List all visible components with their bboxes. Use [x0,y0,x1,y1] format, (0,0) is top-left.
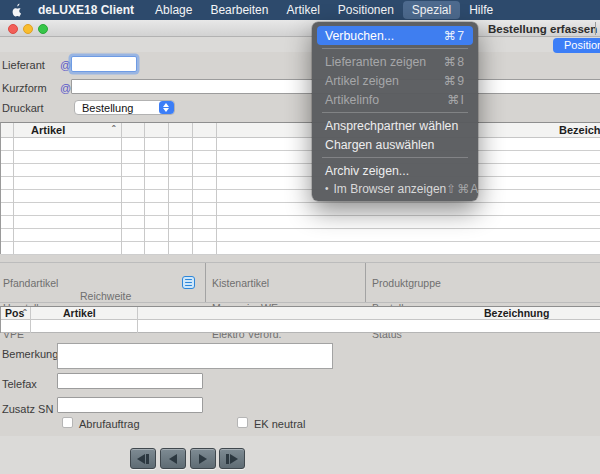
shortcut-label: ⌘7 [444,29,465,43]
apple-logo-icon[interactable] [11,3,23,17]
column-divider [144,123,145,254]
column-divider [121,123,122,254]
produktgruppe-label: Produktgruppe [372,277,442,290]
sort-ascending-icon[interactable]: ˆ [112,124,115,135]
druckart-label: Druckart [2,102,44,114]
article-table-col-bezeichnung[interactable]: Bezeichnung [559,124,600,136]
pos-table-col-artikel[interactable]: Artikel [63,307,96,319]
table-row[interactable] [1,190,600,203]
menu-separator [322,112,468,113]
column-divider [13,123,14,254]
lieferant-label: Lieferant [2,59,45,71]
previous-icon [169,454,177,464]
menubar-item-hilfe[interactable]: Hilfe [460,1,502,19]
first-record-button[interactable] [130,448,156,469]
menu-separator [322,48,468,49]
shortcut-label: ⌘I [447,93,465,107]
menu-item-lieferanten-zeigen[interactable]: Lieferanten zeigen ⌘8 [317,52,473,71]
list-icon[interactable] [182,276,195,289]
druckart-selected-value: Bestellung [75,102,159,114]
shortcut-label: ⌘9 [444,74,465,88]
lieferant-input[interactable] [71,56,137,72]
kistenartikel-label: Kistenartikel [212,277,281,290]
column-divider [168,123,169,254]
close-window-button[interactable] [8,24,18,34]
position-button[interactable]: Positionen [553,38,600,53]
telefax-label: Telefax [2,378,37,390]
table-row[interactable] [1,216,600,229]
menu-item-artikel-zeigen[interactable]: Artikel zeigen ⌘9 [317,71,473,90]
table-row[interactable] [1,138,600,151]
lieferant-at-icon[interactable]: @ [60,59,71,71]
zoom-window-button[interactable] [38,24,48,34]
menu-item-verbuchen[interactable]: Verbuchen... ⌘7 [317,26,473,45]
menu-item-chargen-auswaehlen[interactable]: Chargen auswählen [317,135,473,154]
abrufauftrag-checkbox[interactable] [62,417,73,428]
article-table: Artikel ˆ Bezeichnung [0,122,600,254]
menubar-item-spezial[interactable]: Spezial [403,1,460,19]
toolbar-band [0,37,600,52]
zusatz-sn-label: Zusatz SN [2,403,53,415]
zusatz-sn-input[interactable] [57,397,203,413]
pos-table-header: Pos ˆ Artikel Bezeichnung [1,307,600,320]
pos-table-col-bezeichnung[interactable]: Bezeichnung [484,307,549,319]
column-divider [137,307,138,333]
table-row[interactable] [1,242,600,255]
kurzform-at-icon[interactable]: @ [60,82,71,94]
menu-item-im-browser-anzeigen[interactable]: • Im Browser anzeigen ⇧⌘A [317,180,473,197]
panel-divider [365,263,366,302]
column-divider [30,307,31,333]
menu-item-archiv-zeigen[interactable]: Archiv zeigen... [317,161,473,180]
menubar-app-name[interactable]: deLUXE18 Client [32,3,140,17]
pfandartikel-label: Pfandartikel [3,277,86,290]
table-row[interactable] [1,151,600,164]
spezial-dropdown-menu: Verbuchen... ⌘7 Lieferanten zeigen ⌘8 Ar… [312,22,478,201]
window-title: Bestellung erfassen [488,23,597,35]
menu-item-ansprechpartner-waehlen[interactable]: Ansprechpartner wählen [317,116,473,135]
menubar-item-positionen[interactable]: Positionen [329,1,403,19]
info-panel: Pfandartikel Herstellernummer VPE Reichw… [0,262,600,303]
reichweite-label: Reichweite [80,290,131,303]
menu-item-artikelinfo[interactable]: Artikelinfo ⌘I [317,90,473,109]
kurzform-label: Kurzform [2,82,47,94]
dropdown-stepper-icon [159,101,174,114]
last-record-button[interactable] [219,448,245,469]
skip-last-icon [230,454,238,464]
table-row[interactable] [1,229,600,242]
pos-table-col-pos[interactable]: Pos [5,307,24,319]
druckart-select[interactable]: Bestellung [74,100,175,115]
sort-ascending-icon[interactable]: ˆ [23,307,27,319]
next-record-button[interactable] [190,448,216,469]
article-table-header: Artikel ˆ Bezeichnung [1,123,600,138]
telefax-input[interactable] [57,373,203,389]
menubar-item-ablage[interactable]: Ablage [146,1,201,19]
menu-separator [322,157,468,158]
menubar: deLUXE18 Client Ablage Bearbeiten Artike… [0,0,600,20]
article-table-col-artikel[interactable]: Artikel [31,124,65,136]
window-titlebar: Bestellung erfassen [0,20,600,37]
menubar-item-bearbeiten[interactable]: Bearbeiten [201,1,277,19]
shortcut-label: ⇧⌘A [446,182,479,196]
table-row[interactable] [1,203,600,216]
minimize-window-button[interactable] [23,24,33,34]
column-divider [216,123,217,254]
shortcut-label: ⌘8 [444,55,465,69]
ek-neutral-label: EK neutral [254,418,305,430]
skip-first-icon [137,454,145,464]
pos-table: Pos ˆ Artikel Bezeichnung [0,306,600,333]
bemerkung-label: Bemerkung [2,348,58,360]
column-divider [192,123,193,254]
table-row[interactable] [1,177,600,190]
bottom-band [0,436,600,474]
bullet-icon: • [325,183,329,194]
next-icon [199,454,207,464]
ek-neutral-checkbox[interactable] [237,417,248,428]
table-row[interactable] [1,320,600,333]
table-row[interactable] [1,164,600,177]
panel-divider [205,263,206,302]
bemerkung-input[interactable] [57,343,333,369]
previous-record-button[interactable] [160,448,186,469]
titlebar-divider [595,22,596,35]
abrufauftrag-label: Abrufauftrag [79,418,140,430]
menubar-item-artikel[interactable]: Artikel [277,1,328,19]
